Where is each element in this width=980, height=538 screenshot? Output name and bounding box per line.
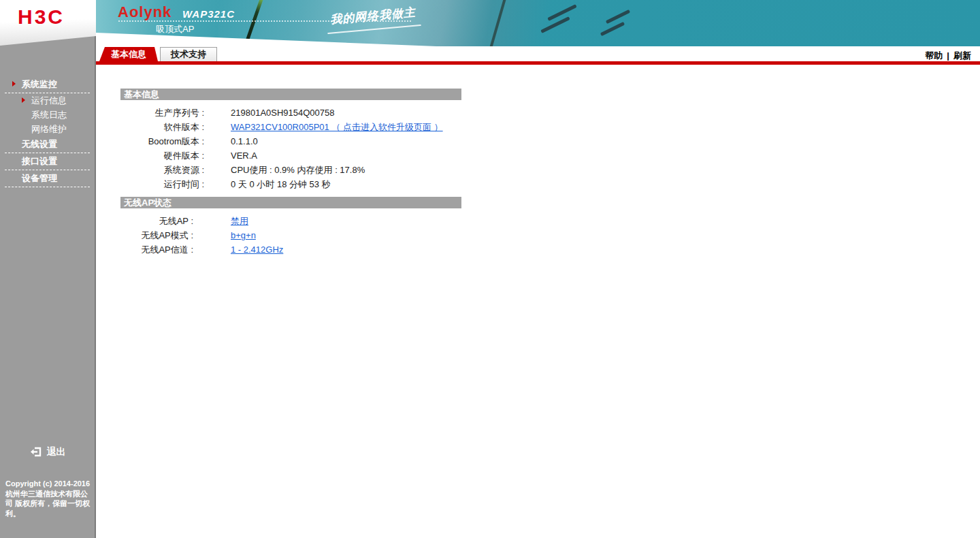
field-row-uptime: 运行时间 :0 天 0 小时 18 分钟 53 秒 [120, 177, 461, 191]
sidebar-item-network-maintenance[interactable]: 网络维护 [0, 122, 95, 136]
tab-bar: 基本信息技术支持 [99, 47, 217, 61]
logout-icon [29, 446, 42, 458]
h3c-logo: H3C [18, 5, 65, 29]
active-item-arrow-icon [22, 97, 25, 103]
refresh-link[interactable]: 刷新 [953, 50, 971, 61]
sidebar: 系统监控运行信息系统日志网络维护无线设置接口设置设备管理 退出 Copyrigh… [0, 0, 96, 538]
sidebar-menu: 系统监控运行信息系统日志网络维护无线设置接口设置设备管理 [0, 76, 95, 187]
field-row-wireless-ap-mode: 无线AP模式 :b+g+n [120, 228, 461, 242]
field-value: VER.A [204, 148, 257, 163]
field-label: 生产序列号 : [120, 106, 204, 120]
tab-strip: 基本信息技术支持 帮助|刷新 [96, 46, 980, 61]
field-value: 219801A0SH9154Q00758 [204, 106, 335, 120]
sidebar-group-device-management: 设备管理 [0, 170, 95, 187]
product-subtitle: 吸顶式AP [156, 23, 194, 35]
field-value: 0 天 0 小时 18 分钟 53 秒 [204, 177, 331, 191]
sidebar-item-wireless-settings[interactable]: 无线设置 [5, 136, 90, 153]
main-content: 基本信息生产序列号 :219801A0SH9154Q00758软件版本 :WAP… [96, 65, 980, 538]
field-value-link[interactable]: 1 - 2.412GHz [204, 242, 283, 257]
sidebar-group-interface-settings: 接口设置 [0, 153, 95, 170]
section-wireless-ap-status: 无线AP状态无线AP :禁用无线AP模式 :b+g+n无线AP信道 :1 - 2… [120, 197, 461, 258]
field-label: 无线AP模式 : [120, 228, 204, 242]
field-row-wireless-ap-channel: 无线AP信道 :1 - 2.412GHz [120, 242, 461, 257]
sidebar-group-system-monitor: 系统监控运行信息系统日志网络维护 [0, 76, 95, 136]
help-divider: | [947, 50, 949, 61]
field-row-serial-number: 生产序列号 :219801A0SH9154Q00758 [120, 106, 461, 120]
sidebar-group-label: 系统监控 [22, 79, 57, 89]
field-row-hardware-version: 硬件版本 :VER.A [120, 148, 461, 163]
tab-basic-info[interactable]: 基本信息 [99, 47, 158, 61]
model-name: WAP321C [182, 8, 235, 20]
header-banner: Aolynk WAP321C 吸顶式AP 我的网络我做主 [96, 0, 980, 46]
sidebar-item-device-management[interactable]: 设备管理 [5, 170, 90, 187]
tab-tech-support[interactable]: 技术支持 [160, 47, 217, 61]
field-label: 软件版本 : [120, 120, 204, 134]
sidebar-item-label: 网络维护 [31, 124, 67, 134]
field-label: 无线AP : [120, 214, 204, 228]
field-row-wireless-ap: 无线AP :禁用 [120, 214, 461, 228]
section-basic-info: 基本信息生产序列号 :219801A0SH9154Q00758软件版本 :WAP… [120, 89, 461, 193]
field-value-link[interactable]: WAP321CV100R005P01 （ 点击进入软件升级页面 ） [204, 120, 443, 134]
field-table: 生产序列号 :219801A0SH9154Q00758软件版本 :WAP321C… [120, 100, 461, 193]
field-label: Bootrom版本 : [120, 134, 204, 148]
field-label: 硬件版本 : [120, 148, 204, 163]
sidebar-item-system-monitor[interactable]: 系统监控 [5, 76, 90, 93]
sidebar-group-wireless-settings: 无线设置 [0, 136, 95, 153]
sidebar-item-system-log[interactable]: 系统日志 [0, 108, 95, 122]
logout-label: 退出 [47, 446, 66, 457]
app-window: 系统监控运行信息系统日志网络维护无线设置接口设置设备管理 退出 Copyrigh… [0, 0, 980, 538]
copyright-text: Copyright (c) 2014-2016 杭州华三通信技术有限公司 版权所… [5, 479, 93, 518]
banner-photo-decor [218, 0, 627, 46]
field-value-link[interactable]: 禁用 [204, 214, 248, 228]
field-row-software-version: 软件版本 :WAP321CV100R005P01 （ 点击进入软件升级页面 ） [120, 120, 461, 134]
sidebar-item-label: 运行信息 [31, 95, 67, 106]
help-link[interactable]: 帮助 [925, 50, 943, 61]
red-divider-line [96, 61, 980, 65]
sidebar-group-label: 接口设置 [22, 156, 57, 166]
sidebar-group-label: 设备管理 [22, 173, 57, 183]
product-name: Aolynk [118, 3, 172, 21]
section-header: 无线AP状态 [120, 197, 461, 208]
field-table: 无线AP :禁用无线AP模式 :b+g+n无线AP信道 :1 - 2.412GH… [120, 208, 461, 258]
help-links: 帮助|刷新 [925, 50, 971, 62]
field-label: 无线AP信道 : [120, 242, 204, 257]
logout-button[interactable]: 退出 [0, 446, 95, 458]
expanded-arrow-icon [12, 81, 16, 86]
field-row-bootrom-version: Bootrom版本 :0.1.1.0 [120, 134, 461, 148]
field-label: 系统资源 : [120, 163, 204, 177]
section-header: 基本信息 [120, 89, 461, 100]
field-value: CPU使用 : 0.9% 内存使用 : 17.8% [204, 163, 365, 177]
sidebar-item-label: 系统日志 [31, 110, 67, 120]
sidebar-item-running-info[interactable]: 运行信息 [0, 93, 95, 108]
field-value: 0.1.1.0 [204, 134, 258, 148]
field-row-system-resources: 系统资源 :CPU使用 : 0.9% 内存使用 : 17.8% [120, 163, 461, 177]
sidebar-item-interface-settings[interactable]: 接口设置 [5, 153, 90, 170]
sidebar-group-label: 无线设置 [22, 139, 57, 149]
field-label: 运行时间 : [120, 177, 204, 191]
field-value-link[interactable]: b+g+n [204, 228, 256, 242]
